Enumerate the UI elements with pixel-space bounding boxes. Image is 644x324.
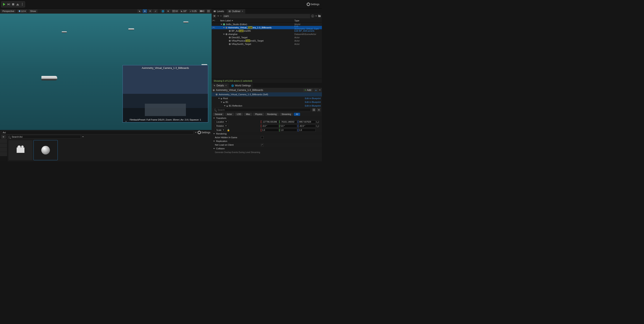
content-path-field[interactable]: Axi — [1, 131, 194, 134]
outliner-row[interactable]: shanghaiDatasmithSceneActor — [212, 33, 322, 36]
asset-item[interactable] — [34, 140, 58, 160]
header-type[interactable]: Type — [294, 19, 322, 22]
outliner-row[interactable]: Aximmetry_Virtual_Camera_1-3_BillboardsE… — [212, 26, 322, 29]
location-y-input[interactable] — [279, 120, 297, 123]
chevron-down-icon[interactable] — [82, 136, 84, 137]
category-header[interactable]: Collision — [212, 147, 322, 150]
component-row[interactable]: ⬙B1Edit in Blueprint — [212, 100, 322, 104]
add-filter-button[interactable]: + — [311, 15, 314, 18]
stop-button[interactable] — [11, 2, 16, 7]
chevron-down-icon[interactable] — [224, 105, 226, 106]
perspective-dropdown[interactable]: Perspective — [1, 10, 16, 13]
play-button[interactable] — [2, 2, 6, 7]
outliner-row[interactable]: Direct02_TargetActor — [212, 36, 322, 39]
angle-snap-dropdown[interactable]: 10° — [180, 10, 188, 13]
edit-blueprint-link[interactable]: Edit in Blueprint — [305, 104, 322, 107]
tab-world-settings[interactable]: 🌐World Settings — [229, 83, 253, 88]
outliner-item-type[interactable]: Edit Aximmetry_Virtual_Cam — [294, 25, 322, 30]
chevron-down-icon[interactable] — [223, 34, 225, 35]
visibility-icon[interactable] — [212, 27, 215, 28]
filter-general[interactable]: General — [213, 113, 224, 116]
filter-actor[interactable]: Actor — [225, 113, 234, 116]
lit-dropdown[interactable]: Lit▾ — [17, 10, 27, 13]
reset-icon[interactable] — [316, 125, 319, 127]
category-header[interactable]: Transform — [212, 116, 322, 120]
filter-dropdown[interactable]: ⏷ — [213, 15, 216, 18]
visibility-icon[interactable] — [212, 20, 215, 21]
level-viewport[interactable]: Aximmetry_Virtual_Camera_1-3_Billboards … — [0, 9, 212, 130]
chevron-down-icon[interactable] — [218, 98, 220, 99]
edit-blueprint-link[interactable]: Edit in Blueprint — [305, 101, 322, 103]
edit-blueprint-link[interactable]: Edit in Blueprint — [305, 97, 322, 100]
filter-misc[interactable]: Misc — [244, 113, 252, 116]
translate-mode-button[interactable]: ✥ — [142, 9, 147, 13]
content-settings-button[interactable]: Settings — [198, 131, 210, 134]
filter-button[interactable]: ⏷ — [1, 135, 6, 139]
rotation-dropdown[interactable]: Rotation — [215, 124, 228, 127]
chevron-down-icon[interactable] — [220, 24, 222, 25]
select-mode-button[interactable]: ⬉ — [137, 9, 142, 13]
play-options-button[interactable] — [20, 2, 24, 7]
chevron-down-icon[interactable] — [223, 27, 225, 28]
settings-button[interactable]: Settings — [306, 2, 321, 7]
outliner-row[interactable]: VRaySun01_TargetActor — [212, 42, 322, 46]
add-component-button[interactable]: +Add — [303, 88, 313, 92]
actor-hidden-checkbox[interactable] — [261, 136, 264, 139]
lock-icon[interactable]: 🔒 — [227, 129, 230, 131]
scale-mode-button[interactable]: ⤢ — [153, 9, 158, 13]
world-local-button[interactable]: 🌐 — [161, 9, 165, 13]
location-z-input[interactable] — [298, 120, 316, 123]
location-dropdown[interactable]: Location — [215, 120, 228, 123]
scale-x-input[interactable] — [261, 128, 278, 132]
net-load-checkbox[interactable] — [261, 143, 264, 146]
camera-speed-dropdown[interactable]: 3 — [199, 10, 206, 13]
folder-tree[interactable] — [0, 139, 8, 161]
rotate-mode-button[interactable]: ⟳ — [148, 9, 152, 13]
chevron-down-icon[interactable] — [315, 16, 317, 17]
tab-outliner[interactable]: Outliner× — [226, 9, 245, 14]
blueprint-options-button[interactable]: ⎈ — [314, 88, 318, 92]
asset-item[interactable] — [9, 140, 32, 160]
header-item-label[interactable]: Item Label — [216, 19, 294, 22]
close-icon[interactable]: × — [225, 84, 227, 87]
filter-streaming[interactable]: Streaming — [280, 113, 293, 116]
favorites-button[interactable]: ★ — [317, 108, 321, 112]
rotation-y-input[interactable] — [279, 124, 297, 127]
filter-physics[interactable]: Physics — [253, 113, 264, 116]
show-dropdown[interactable]: Show — [28, 10, 38, 13]
tab-details[interactable]: ✎Details× — [212, 83, 229, 88]
chevron-down-icon[interactable] — [195, 132, 196, 133]
filter-lod[interactable]: LOD — [235, 113, 243, 116]
component-row[interactable]: ⬙B1 ReflectionEdit in Blueprint — [212, 104, 322, 108]
folder-icon[interactable] — [318, 15, 321, 17]
component-self-row[interactable]: Aximmetry_Virtual_Camera_1-3_Billboards … — [212, 92, 322, 96]
close-icon[interactable]: × — [242, 10, 243, 13]
eject-button[interactable] — [16, 2, 20, 7]
details-search-input[interactable]: Search — [213, 108, 311, 112]
location-x-input[interactable] — [261, 120, 278, 123]
chevron-down-icon[interactable] — [217, 16, 219, 17]
outliner-search-input[interactable] — [223, 14, 310, 18]
rotation-z-input[interactable] — [298, 124, 316, 127]
clear-search-button[interactable]: × — [220, 15, 222, 18]
component-row[interactable]: ⬙RootEdit in Blueprint — [212, 96, 322, 100]
category-header[interactable]: Rendering — [212, 132, 322, 135]
category-header[interactable]: Replication — [212, 139, 322, 143]
reset-icon[interactable] — [316, 120, 319, 123]
rotation-x-input[interactable] — [261, 124, 278, 127]
tab-levels[interactable]: Levels — [212, 9, 226, 14]
step-button[interactable] — [6, 2, 11, 7]
filter-rendering[interactable]: Rendering — [265, 113, 279, 116]
outliner-row[interactable]: VRayPhysicalCamera01_TargetActor — [212, 39, 322, 42]
content-search-input[interactable]: Search Axi — [7, 135, 81, 139]
outliner-row[interactable]: BP_AxiCamera395Edit BP_AxiCamera — [212, 29, 322, 33]
property-matrix-button[interactable] — [312, 108, 316, 112]
scale-dropdown[interactable]: Scale — [215, 128, 226, 132]
filter-all[interactable]: All — [294, 113, 300, 116]
chevron-down-icon[interactable] — [319, 90, 321, 90]
outliner-item-type[interactable]: Edit BP_AxiCamera — [294, 30, 322, 32]
scale-z-input[interactable] — [298, 128, 316, 132]
grid-snap-dropdown[interactable]: 10 — [171, 10, 179, 13]
surface-snap-button[interactable]: ▼ — [166, 9, 170, 13]
scale-snap-dropdown[interactable]: ⤢0.25 — [188, 10, 198, 13]
